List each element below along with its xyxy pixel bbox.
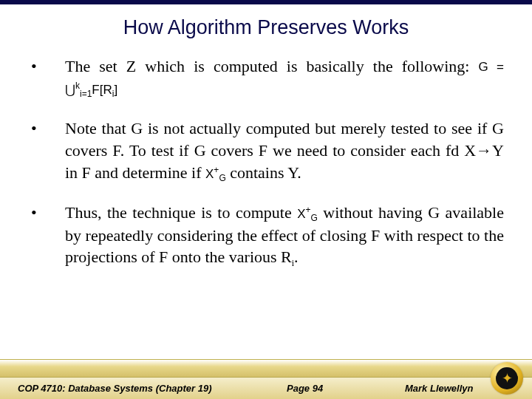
bullet-text-fragment: The set Z which is computed is basically… [65,57,479,75]
slide-content: • The set Z which is computed is basical… [0,55,532,270]
slide-title: How Algorithm Preserves Works [0,16,532,39]
bullet-marker: • [31,202,65,270]
formula-sub: G [310,214,317,224]
bullet-text: Note that G is not actually computed but… [65,117,504,184]
logo-star-icon: ✦ [502,372,513,385]
bullet-marker: • [31,55,65,100]
formula-after: F[R [92,83,112,97]
formula-main: X [205,167,214,181]
bullet-text: Thus, the technique is to compute X+G wi… [65,202,504,270]
formula: X+G [297,207,318,221]
formula-main: X [297,207,305,221]
formula-sub: G [219,173,225,183]
bullet-item: • The set Z which is computed is basical… [31,55,504,100]
bullet-text-fragment: . [294,248,299,266]
logo-inner: ✦ [496,367,518,389]
bullet-text: The set Z which is computed is basically… [65,55,504,100]
formula: X+G [205,167,226,181]
formula-sub: i=1 [80,89,92,99]
footer-gradient [0,359,532,377]
bullet-text-fragment: Thus, the technique is to compute [65,203,297,222]
bullet-item: • Note that G is not actually computed b… [31,117,504,184]
bullet-text-fragment: contains Y. [226,163,301,182]
slide-footer: COP 4710: Database Systems (Chapter 19) … [0,359,532,399]
footer-author: Mark Llewellyn [405,383,473,394]
footer-page: Page 94 [287,383,323,394]
bullet-item: • Thus, the technique is to compute X+G … [31,202,504,270]
bullet-marker: • [31,117,65,184]
ucf-logo-icon: ✦ [491,362,523,395]
formula-close: ] [114,83,117,97]
footer-bar: COP 4710: Database Systems (Chapter 19) … [0,377,532,399]
footer-course: COP 4710: Database Systems (Chapter 19) [18,383,212,394]
top-accent-bar [0,0,532,4]
